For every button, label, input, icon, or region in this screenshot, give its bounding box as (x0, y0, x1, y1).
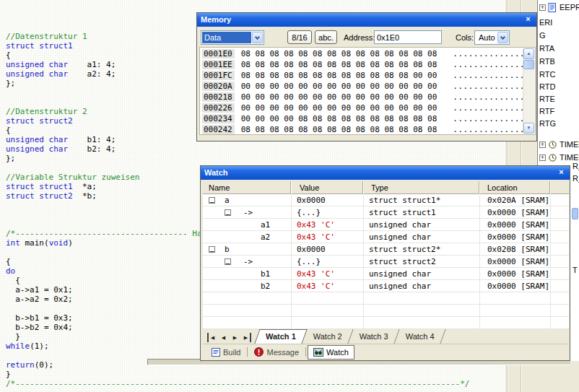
collapse-toggle[interactable]: − (225, 209, 231, 216)
watch-location: 0x0000 [SRAM] (487, 208, 549, 217)
memory-address: 0001FC (202, 71, 235, 80)
memory-address: 0001EE (202, 60, 235, 69)
watch-titlebar[interactable]: Watch × (201, 166, 570, 180)
watch-name: b1 (261, 269, 270, 279)
watch-value: 0x43 'C' (297, 232, 335, 242)
collapse-toggle[interactable]: − (209, 246, 215, 253)
tree-item[interactable]: RTB (539, 56, 555, 66)
memory-row[interactable]: 00021800 00 00 00 00 00 00 00 00 00 00 0… (202, 92, 535, 103)
code-token: a->a2 = 0x2; (6, 295, 73, 304)
tree-item-label: RTB (539, 57, 555, 66)
memory-scrollbar[interactable]: ▲ ▼ (523, 48, 534, 134)
tree-item[interactable]: +TIMER_ (539, 139, 579, 149)
memory-ascii: .............. (453, 125, 525, 134)
close-icon[interactable]: × (523, 14, 534, 25)
tab-nav-prev-button[interactable]: ◀ (219, 333, 228, 342)
address-label: Address: (344, 33, 375, 42)
memory-address: 000234 (202, 114, 235, 123)
code-token: unsigned char (6, 60, 68, 69)
watch-tab-3[interactable]: Watch 3 (351, 329, 397, 344)
watch-row[interactable] (203, 292, 569, 305)
code-token: struct struct1 (6, 182, 73, 191)
watch-location: 0x020A [SRAM] (487, 196, 549, 205)
code-token: }; (6, 154, 15, 163)
expand-toggle[interactable]: + (539, 4, 546, 11)
column-header-name[interactable]: Name (203, 181, 291, 194)
watch-row[interactable]: b20x43 'C'unsigned char0x0000 [SRAM] (203, 280, 569, 292)
tree-item[interactable]: RTE (539, 94, 555, 104)
memory-row[interactable]: 0001FC08 08 08 08 08 08 08 08 08 08 08 0… (202, 71, 535, 82)
tree-scrollbar-thumb[interactable] (572, 208, 578, 219)
watch-type: unsigned char (369, 282, 431, 291)
memory-address: 000218 (202, 92, 235, 102)
cols-select[interactable]: Auto (474, 30, 510, 45)
watch-name: -> (243, 257, 253, 266)
tree-item-label: TIMER_ (560, 140, 579, 149)
expand-toggle[interactable]: + (539, 154, 546, 161)
memory-row[interactable]: 00023400 00 00 00 08 08 08 08 08 08 08 0… (202, 114, 535, 125)
output-tab-watch[interactable]: Watch (308, 345, 354, 360)
scroll-up-icon[interactable]: ▲ (523, 48, 534, 59)
chevron-down-icon[interactable] (497, 32, 508, 43)
tree-item[interactable]: G (539, 30, 546, 40)
watch-row[interactable]: −a0x0000struct struct1*0x020A [SRAM] (203, 194, 569, 206)
memory-row[interactable]: 0001E008 08 08 08 08 08 08 08 08 08 08 0… (202, 49, 535, 60)
tree-item[interactable]: +TIMER_ (539, 152, 579, 162)
toggle-8-16-button[interactable]: 8/16 (287, 30, 312, 44)
watch-grid: −a0x0000struct struct1*0x020A [SRAM]−->{… (203, 194, 569, 329)
watch-type: unsigned char (369, 220, 431, 230)
memory-address: 0001E0 (202, 49, 235, 58)
watch-tab-2[interactable]: Watch 2 (305, 329, 351, 344)
collapse-toggle[interactable]: − (209, 197, 215, 204)
memory-mode-select[interactable]: Data (201, 30, 264, 45)
watch-row[interactable]: a20x43 'C'unsigned char0x0000 [SRAM] (203, 231, 569, 243)
collapse-toggle[interactable]: − (225, 258, 231, 265)
chevron-down-icon[interactable] (252, 32, 263, 43)
tree-item[interactable]: RTF (539, 106, 554, 116)
tree-item[interactable]: +EEPRO (539, 2, 579, 12)
watch-tab-1[interactable]: Watch 1 (257, 329, 305, 344)
watch-row[interactable]: b10x43 'C'unsigned char0x0000 [SRAM] (203, 268, 569, 280)
code-token: b2: 4; (68, 144, 116, 154)
watch-window-title: Watch (204, 168, 228, 177)
watch-location: 0x0208 [SRAM] (487, 245, 549, 254)
tab-nav-last-button[interactable]: ▶ (242, 333, 251, 342)
memory-address: 000226 (202, 103, 235, 113)
tab-nav-first-button[interactable]: ◀ (207, 333, 217, 342)
expand-toggle[interactable]: + (539, 141, 546, 148)
watch-row[interactable]: a10x43 'C'unsigned char0x0000 [SRAM] (203, 219, 569, 231)
tree-item[interactable]: RTA (539, 43, 554, 53)
watch-row[interactable]: −->{...}struct struct10x0000 [SRAM] (203, 206, 569, 219)
scroll-down-icon[interactable]: ▼ (523, 123, 534, 134)
watch-row[interactable] (203, 305, 569, 317)
memory-row[interactable]: 00020A00 00 00 00 00 00 00 00 00 00 00 0… (202, 82, 535, 92)
tree-item-fragment: R_ (573, 162, 579, 170)
output-tab-message[interactable]: Message (249, 346, 304, 359)
tree-item[interactable]: ERI (539, 17, 552, 27)
scrollbar-thumb[interactable] (523, 60, 534, 69)
column-header-type[interactable]: Type (363, 181, 479, 194)
close-icon[interactable]: × (556, 167, 567, 178)
tree-item[interactable]: RTG (539, 118, 556, 129)
memory-row[interactable]: 00022600 00 00 00 00 00 00 00 00 00 00 0… (202, 103, 535, 114)
code-token: /*--------------------------------------… (6, 379, 469, 388)
memory-titlebar[interactable]: Memory × (197, 13, 536, 27)
watch-name: a (225, 196, 230, 205)
memory-row[interactable]: 0001EE08 08 08 08 08 08 08 08 08 08 08 0… (202, 60, 535, 71)
ascii-toggle-button[interactable]: abc. (315, 30, 337, 44)
tree-item[interactable]: RTC (539, 69, 555, 79)
code-token: a->a1 = 0x1; (6, 285, 73, 295)
address-input[interactable] (374, 30, 442, 44)
tree-item[interactable]: RTD (539, 82, 555, 92)
watch-row[interactable] (203, 317, 569, 329)
output-tab-build[interactable]: Build (206, 346, 245, 359)
memory-row[interactable]: 00024208 08 08 08 08 08 08 08 08 08 08 0… (202, 125, 535, 135)
column-header-value[interactable]: Value (291, 181, 363, 194)
code-line: unsigned char b2: 4; (6, 144, 469, 154)
column-header-location[interactable]: Location (479, 181, 550, 194)
tab-nav-next-button[interactable]: ▶ (230, 333, 240, 342)
watch-row[interactable]: −b0x0000struct struct2*0x0208 [SRAM] (203, 243, 569, 256)
watch-tab-4[interactable]: Watch 4 (397, 329, 443, 344)
watch-row[interactable]: −->{...}struct struct20x0000 [SRAM] (203, 256, 569, 268)
memory-address: 000242 (202, 125, 235, 134)
